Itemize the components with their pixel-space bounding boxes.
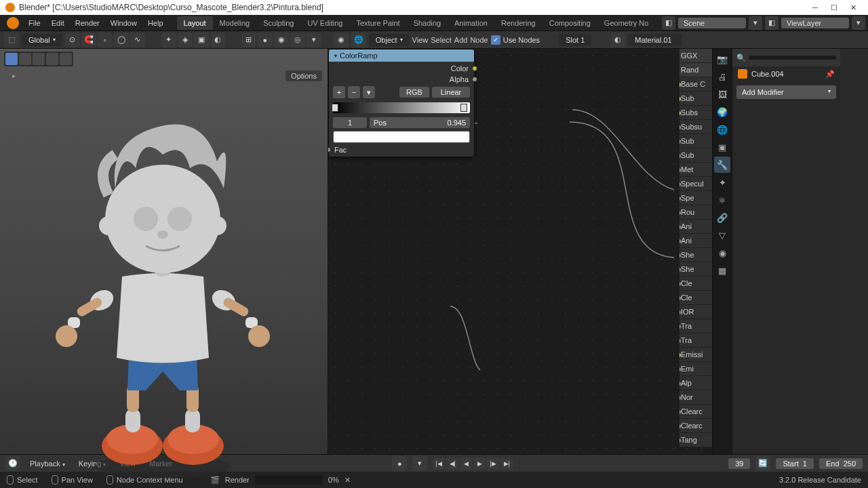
ramp-mode-dropdown[interactable]: RGB: [399, 87, 429, 98]
workspace-shading[interactable]: Shading: [407, 16, 448, 30]
node-menu-view[interactable]: View: [412, 36, 429, 44]
bsdf-input-row[interactable]: Tra: [679, 319, 712, 333]
bsdf-input-row[interactable]: She: [679, 262, 712, 277]
cursor-tool-icon[interactable]: [19, 53, 31, 65]
prev-keyframe-button[interactable]: ◀|: [446, 458, 458, 470]
bsdf-input-row[interactable]: Sub: [679, 92, 712, 106]
bsdf-input-row[interactable]: Rou: [679, 205, 712, 220]
overlay-button[interactable]: ◈: [178, 33, 193, 47]
node-menu-node[interactable]: Node: [470, 36, 488, 44]
ramp-add-stop-button[interactable]: +: [333, 86, 345, 98]
current-frame-field[interactable]: 39: [728, 458, 750, 469]
pivot-button[interactable]: ⊙: [65, 33, 80, 47]
viewlayer-new-button[interactable]: ▾: [852, 16, 865, 30]
shading-options-button[interactable]: ▾: [307, 33, 321, 47]
viewport-options-button[interactable]: Options: [285, 70, 322, 81]
tab-constraints[interactable]: 🔗: [714, 209, 730, 226]
shading-type-button[interactable]: ◐: [210, 33, 225, 47]
next-keyframe-button[interactable]: |▶: [487, 458, 499, 470]
workspace-sculpting[interactable]: Sculpting: [256, 16, 300, 30]
orientation-dropdown[interactable]: Global ▾: [22, 34, 62, 46]
timeline-editor-button[interactable]: 🕐: [5, 456, 20, 471]
editor-type-button[interactable]: ⬚: [4, 33, 19, 47]
node-editor[interactable]: Color Alpha ▦ Col ✕ Color ▾ Hue Saturati…: [328, 49, 712, 454]
add-modifier-button[interactable]: Add Modifier ▾: [736, 85, 836, 99]
maximize-button[interactable]: ☐: [825, 1, 844, 14]
bsdf-input-row[interactable]: Sub: [679, 148, 712, 163]
tab-modifiers[interactable]: 🔧: [714, 157, 730, 173]
use-nodes-checkbox[interactable]: ✓: [491, 35, 500, 45]
bsdf-input-row[interactable]: Specul: [679, 177, 712, 191]
node-colorramp[interactable]: ▾ ColorRamp Color Alpha + − ▾ RGB Linear: [328, 49, 475, 157]
workspace-rendering[interactable]: Rendering: [494, 16, 542, 30]
breadcrumb-object[interactable]: Cube.004 📌: [732, 66, 840, 81]
cancel-render-button[interactable]: ✕: [344, 476, 351, 485]
rendered-shading-button[interactable]: ◎: [290, 33, 305, 47]
move-tool-icon[interactable]: [33, 53, 45, 65]
tab-world[interactable]: 🌐: [714, 121, 730, 138]
bsdf-input-row[interactable]: Tra: [679, 333, 712, 348]
snap-button[interactable]: 🧲: [81, 33, 96, 47]
workspace-geometry[interactable]: Geometry No: [597, 16, 655, 30]
node-principled-truncated[interactable]: GGX Rand Base CSubSubsSubsuSubSubMetSpec…: [679, 49, 712, 447]
proportional-type-button[interactable]: ∿: [130, 33, 145, 47]
scene-new-button[interactable]: ▾: [749, 16, 762, 30]
menu-edit[interactable]: Edit: [46, 17, 70, 29]
matprev-shading-button[interactable]: ◉: [274, 33, 289, 47]
outliner-collapse-icon[interactable]: ▸: [12, 72, 16, 79]
xray-button[interactable]: ▣: [194, 33, 209, 47]
tab-scene[interactable]: 🌍: [714, 104, 730, 120]
menu-render[interactable]: Render: [70, 17, 105, 29]
bsdf-input-row[interactable]: IOR: [679, 305, 712, 319]
menu-window[interactable]: Window: [105, 17, 142, 29]
workspace-compositing[interactable]: Compositing: [542, 16, 597, 30]
tab-material[interactable]: ◉: [714, 245, 730, 261]
workspace-modeling[interactable]: Modeling: [213, 16, 257, 30]
outliner-search[interactable]: [749, 56, 836, 60]
bsdf-input-row[interactable]: Cle: [679, 277, 712, 291]
node-menu-add[interactable]: Add: [454, 36, 468, 44]
play-reverse-button[interactable]: ◀: [460, 458, 472, 470]
bsdf-input-row[interactable]: Clearc: [679, 419, 712, 433]
object-mode-dropdown[interactable]: Object ▾: [369, 34, 410, 46]
tab-object[interactable]: ▣: [714, 139, 730, 155]
bsdf-input-row[interactable]: Ani: [679, 220, 712, 234]
menu-file[interactable]: File: [23, 17, 46, 29]
ramp-stop-1[interactable]: [460, 104, 467, 112]
tab-render[interactable]: 📷: [714, 51, 730, 67]
select-tool-icon[interactable]: [5, 53, 18, 65]
bsdf-ggx[interactable]: GGX: [679, 49, 712, 63]
node-ramp-header[interactable]: ▾ ColorRamp: [329, 49, 474, 62]
bsdf-random[interactable]: Rand: [679, 63, 712, 77]
tab-mesh[interactable]: ▽: [714, 227, 730, 243]
minimize-button[interactable]: ─: [806, 1, 825, 14]
bsdf-input-row[interactable]: Tang: [679, 433, 712, 447]
bsdf-input-row[interactable]: Sub: [679, 134, 712, 148]
ramp-stop-position[interactable]: Pos0.945: [370, 117, 470, 128]
ramp-menu-button[interactable]: ▾: [363, 86, 375, 98]
ramp-interp-dropdown[interactable]: Linear: [432, 87, 470, 98]
tab-texture[interactable]: ▦: [714, 262, 730, 279]
viewlayer-browse-button[interactable]: ◧: [765, 16, 778, 30]
tab-physics[interactable]: ⚛: [714, 192, 730, 208]
bsdf-input-row[interactable]: Cle: [679, 291, 712, 305]
bsdf-input-row[interactable]: Clearc: [679, 405, 712, 419]
material-field[interactable]: Material.01: [628, 34, 682, 46]
scene-browse-button[interactable]: ◧: [662, 16, 675, 30]
gizmo-button[interactable]: ✦: [161, 33, 176, 47]
collapse-icon[interactable]: ▾: [334, 53, 337, 59]
close-button[interactable]: ✕: [844, 1, 863, 14]
tab-output[interactable]: 🖨: [714, 68, 730, 85]
scale-tool-icon[interactable]: [60, 53, 72, 65]
bsdf-input-row[interactable]: Subs: [679, 106, 712, 120]
shader-type-button[interactable]: 🌐: [351, 33, 366, 47]
jump-end-button[interactable]: ▶|: [500, 458, 513, 470]
ramp-gradient[interactable]: [333, 102, 470, 113]
ramp-remove-stop-button[interactable]: −: [348, 86, 360, 98]
bsdf-input-row[interactable]: Base C: [679, 77, 712, 92]
bsdf-input-row[interactable]: Emi: [679, 362, 712, 376]
tab-viewlayer[interactable]: 🖼: [714, 86, 730, 102]
bsdf-input-row[interactable]: Met: [679, 163, 712, 177]
material-slot-dropdown[interactable]: Slot 1: [559, 34, 591, 46]
workspace-layout[interactable]: Layout: [177, 16, 213, 30]
